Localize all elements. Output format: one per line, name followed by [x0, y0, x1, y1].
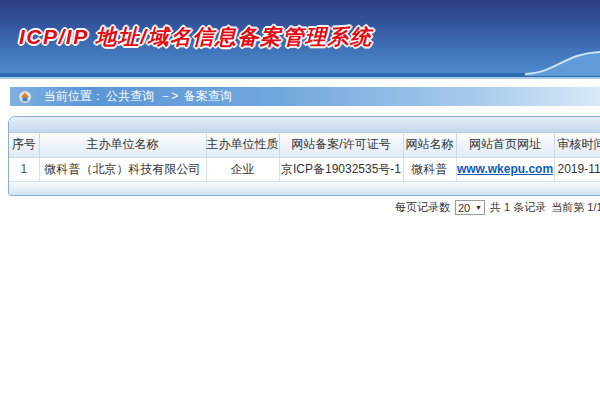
- breadcrumb-prefix: 当前位置：: [44, 89, 104, 103]
- per-page-label: 每页记录数: [395, 200, 450, 215]
- col-header-index: 序号: [9, 133, 39, 157]
- banner-bottom-strips: [0, 70, 600, 79]
- cell-review-time: 2019-11: [554, 157, 600, 181]
- cell-index: 1: [9, 157, 39, 181]
- col-header-license: 网站备案/许可证号: [279, 133, 403, 157]
- cell-license: 京ICP备19032535号-1: [279, 157, 403, 181]
- table-bottom-strip: [9, 182, 600, 195]
- chevron-down-icon: ▼: [475, 204, 482, 211]
- col-header-site-url: 网站首页网址: [456, 133, 554, 157]
- results-table: 序号 主办单位名称 主办单位性质 网站备案/许可证号 网站名称 网站首页网址 审…: [9, 133, 600, 182]
- per-page-value: 20: [458, 202, 470, 214]
- col-header-site-name: 网站名称: [403, 133, 456, 157]
- results-table-container: 序号 主办单位名称 主办单位性质 网站备案/许可证号 网站名称 网站首页网址 审…: [8, 116, 600, 196]
- current-page-text: 当前第 1/1 页: [551, 200, 600, 215]
- site-url-link[interactable]: www.wkepu.com: [457, 162, 553, 176]
- breadcrumb-current: 备案查询: [184, 89, 232, 103]
- table-top-strip: [9, 117, 600, 133]
- table-header-row: 序号 主办单位名称 主办单位性质 网站备案/许可证号 网站名称 网站首页网址 审…: [9, 133, 600, 157]
- cell-site-name: 微科普: [403, 157, 456, 181]
- breadcrumb-text: 当前位置：公共查询 －> 备案查询: [44, 88, 234, 105]
- breadcrumb-section: 公共查询: [106, 89, 154, 103]
- banner-wave-decoration: [525, 50, 600, 76]
- breadcrumb-separator: －>: [159, 89, 178, 103]
- total-records-text: 共 1 条记录: [490, 200, 546, 215]
- page: { "banner": { "title": "ICP/IP 地址/域名信息备案…: [0, 0, 600, 400]
- home-icon: [18, 90, 32, 104]
- page-title: ICP/IP 地址/域名信息备案管理系统: [19, 23, 373, 51]
- cell-site-url: www.wkepu.com: [456, 157, 554, 181]
- cell-organizer: 微科普（北京）科技有限公司: [39, 157, 206, 181]
- table-row: 1 微科普（北京）科技有限公司 企业 京ICP备19032535号-1 微科普 …: [9, 157, 600, 181]
- cell-nature: 企业: [206, 157, 279, 181]
- col-header-review-time: 审核时间: [554, 133, 600, 157]
- pagination: 每页记录数 20 ▼ 共 1 条记录 当前第 1/1 页 首页: [395, 200, 600, 215]
- breadcrumb: 当前位置：公共查询 －> 备案查询: [10, 87, 600, 106]
- app-banner: ICP/IP 地址/域名信息备案管理系统: [0, 0, 600, 79]
- per-page-select[interactable]: 20 ▼: [455, 200, 485, 215]
- col-header-nature: 主办单位性质: [206, 133, 279, 157]
- col-header-organizer: 主办单位名称: [39, 133, 206, 157]
